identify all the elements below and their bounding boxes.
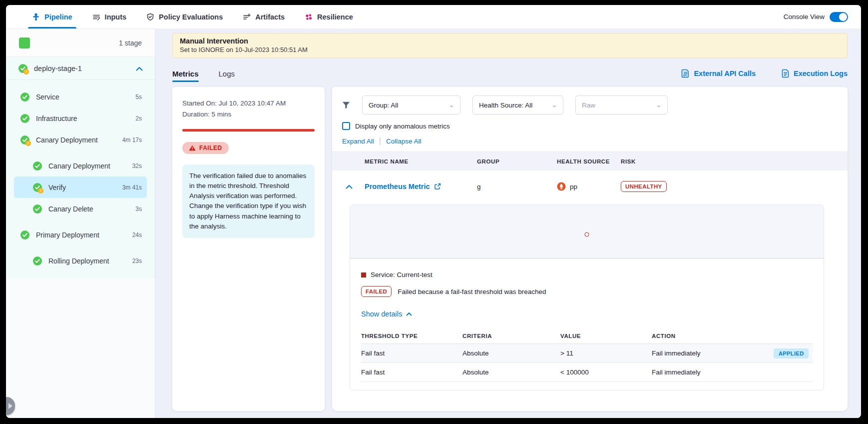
metric-name-link[interactable]: Prometheus Metric	[365, 182, 477, 190]
tab-policy-evaluations[interactable]: Policy Evaluations	[146, 5, 223, 28]
step-canary-delete[interactable]: Canary Delete 3s	[6, 198, 155, 220]
stage-status-square	[19, 38, 30, 48]
health-source-filter-value: Health Source: All	[479, 102, 532, 109]
step-primary-deployment[interactable]: Primary Deployment 24s	[6, 224, 155, 246]
metric-name-label: Prometheus Metric	[365, 182, 430, 190]
filter-bar: Group: All ⌄ Health Source: All ⌄ Raw ⌄	[332, 96, 848, 114]
value-cell: < 100000	[560, 368, 652, 376]
collapse-row-chevron-icon[interactable]	[346, 184, 353, 189]
threshold-type-cell: Fail fast	[361, 350, 462, 357]
app-window: Pipeline Inputs Policy Evaluations Artif…	[6, 5, 861, 418]
resilience-icon	[305, 13, 313, 21]
show-details-label: Show details	[361, 310, 402, 318]
external-api-calls-label: External API Calls	[694, 70, 756, 78]
tab-artifacts[interactable]: Artifacts	[243, 5, 285, 28]
warning-success-icon	[32, 182, 42, 192]
risk-badge-unhealthy: UNHEALTHY	[621, 181, 667, 192]
tab-resilience[interactable]: Resilience	[305, 5, 353, 28]
anomalous-metrics-checkbox[interactable]	[342, 122, 350, 130]
stage-warning-success-icon	[18, 64, 28, 74]
action-cell: Fail immediately	[652, 368, 774, 376]
verification-summary-card: Started On: Jul 10, 2023 10:47 AM Durati…	[172, 87, 325, 411]
execution-logs-link[interactable]: Execution Logs	[782, 69, 848, 78]
step-label: Canary Delete	[48, 205, 93, 213]
metric-chart-plot	[350, 205, 824, 258]
step-verify[interactable]: Verify 3m 41s	[14, 176, 147, 198]
tab-metrics[interactable]: Metrics	[172, 70, 199, 82]
tab-inputs[interactable]: Inputs	[92, 5, 127, 28]
svg-text:API: API	[683, 74, 687, 77]
tab-pipeline-label: Pipeline	[44, 13, 72, 21]
step-duration: 5s	[135, 94, 142, 100]
chevron-up-icon[interactable]	[136, 64, 143, 73]
started-on-label: Started On: Jul 10, 2023 10:47 AM	[182, 98, 315, 109]
tab-resilience-label: Resilience	[317, 13, 353, 21]
step-label: Service	[36, 93, 59, 101]
metric-row-prometheus: Prometheus Metric g pp UNHEAL	[332, 170, 848, 202]
failed-status-chip: FAILED	[182, 142, 229, 154]
tab-policy-evaluations-label: Policy Evaluations	[159, 13, 223, 21]
step-canary-deployment-group[interactable]: Canary Deployment 4m 17s	[6, 129, 155, 150]
failed-progress-bar	[182, 129, 315, 132]
health-source-filter-dropdown[interactable]: Health Source: All ⌄	[472, 96, 563, 114]
success-check-icon	[32, 161, 42, 171]
step-duration: 3s	[135, 206, 142, 212]
console-view-toggle[interactable]	[830, 12, 848, 22]
health-source-value: pp	[570, 183, 577, 190]
col-criteria: CRITERIA	[462, 333, 560, 339]
external-link-icon[interactable]	[434, 183, 441, 190]
step-duration: 2s	[135, 115, 142, 122]
warning-badge-icon	[38, 188, 43, 194]
col-action: ACTION	[652, 333, 774, 339]
step-duration: 23s	[132, 258, 142, 264]
collapse-all-link[interactable]: Collapse All	[386, 138, 422, 145]
legend-label: Service: Current-test	[371, 271, 433, 278]
console-view-label: Console View	[784, 13, 825, 20]
filter-funnel-icon[interactable]	[342, 102, 350, 109]
execution-sidebar: 1 stage deploy-stage-1 Service	[6, 29, 155, 418]
chevron-down-icon: ⌄	[449, 102, 454, 108]
step-label: Rolling Deployment	[48, 257, 109, 265]
step-label: Verify	[48, 184, 66, 192]
shield-check-icon	[146, 13, 154, 21]
link-divider: |	[379, 136, 381, 146]
tab-logs[interactable]: Logs	[219, 70, 235, 82]
external-api-calls-link[interactable]: API External API Calls	[681, 69, 756, 78]
tab-inputs-label: Inputs	[105, 13, 127, 21]
tab-pipeline[interactable]: Pipeline	[32, 5, 72, 28]
anomalous-metrics-checkbox-row[interactable]: Display only anomalous metrics	[342, 122, 848, 130]
threshold-table-header: THRESHOLD TYPE CRITERIA VALUE ACTION	[361, 328, 813, 344]
step-duration: 3m 41s	[122, 184, 142, 191]
group-filter-dropdown[interactable]: Group: All ⌄	[362, 96, 460, 114]
chevron-up-icon	[406, 312, 412, 316]
success-check-icon	[20, 114, 30, 124]
raw-filter-dropdown[interactable]: Raw ⌄	[575, 96, 668, 114]
main-content: Manual Intervention Set to IGNORE on 10-…	[155, 29, 861, 418]
step-duration: 32s	[132, 162, 142, 170]
step-duration: 4m 17s	[122, 136, 142, 144]
col-risk: RISK	[621, 158, 848, 164]
step-duration: 24s	[132, 232, 142, 238]
execution-logs-label: Execution Logs	[794, 70, 848, 78]
applied-badge: APPLIED	[774, 348, 809, 358]
raw-filter-placeholder: Raw	[582, 102, 595, 109]
prometheus-icon	[557, 182, 566, 191]
sidebar-header: 1 stage	[6, 29, 155, 57]
metrics-table-header: METRIC NAME GROUP HEALTH SOURCE RISK	[332, 152, 848, 170]
threshold-row-1: Fail fast Absolute > 11 Fail immediately…	[361, 344, 813, 363]
success-check-icon	[20, 230, 30, 240]
step-canary-deployment[interactable]: Canary Deployment 32s	[6, 155, 155, 176]
fail-reason-text: Failed because a fail-fast threshold was…	[398, 288, 546, 296]
data-point-marker[interactable]	[585, 232, 589, 237]
step-service[interactable]: Service 5s	[6, 86, 155, 108]
top-navigation: Pipeline Inputs Policy Evaluations Artif…	[6, 5, 861, 29]
step-infrastructure[interactable]: Infrastructure 2s	[6, 108, 155, 129]
banner-title: Manual Intervention	[180, 37, 840, 45]
sidebar-stage-deploy-stage-1[interactable]: deploy-stage-1	[6, 57, 155, 80]
expand-all-link[interactable]: Expand All	[342, 138, 374, 145]
duration-label: Duration: 5 mins	[182, 109, 315, 120]
chevron-down-icon: ⌄	[552, 102, 557, 108]
step-rolling-deployment[interactable]: Rolling Deployment 23s	[6, 250, 155, 272]
col-group: GROUP	[477, 158, 557, 164]
show-details-link[interactable]: Show details	[361, 310, 824, 318]
